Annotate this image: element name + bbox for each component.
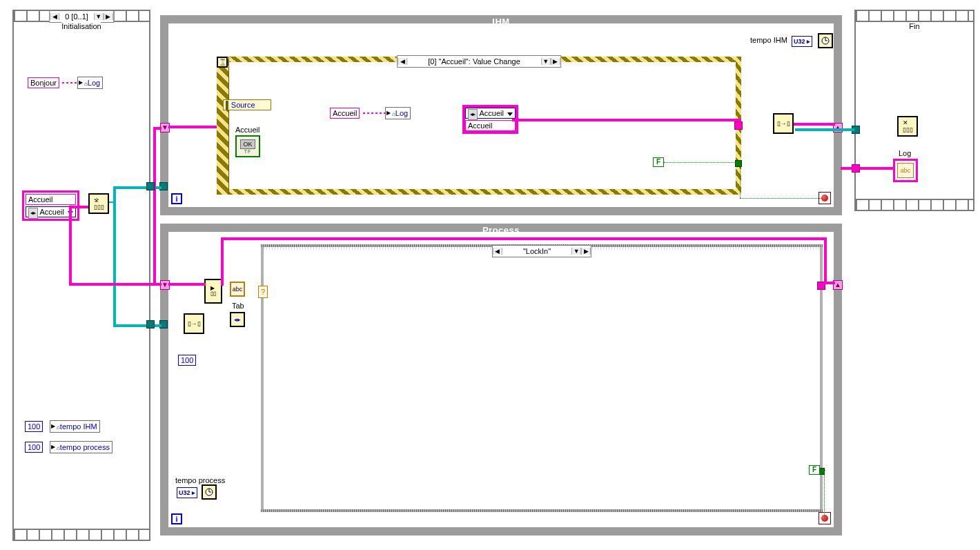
ihm-u32-terminal[interactable]: U32 ▸: [792, 36, 812, 47]
ring-dropdown-icon[interactable]: [507, 112, 513, 116]
process-case-selector[interactable]: ◀ "LockIn" ▼ ▶: [492, 245, 591, 257]
tf-icon: TF: [237, 149, 259, 154]
abc-icon: abc: [897, 163, 914, 178]
ihm-title: IHM: [168, 17, 834, 27]
process-dequeue-node[interactable]: ▯→▯: [184, 313, 204, 334]
wire-cluster: [824, 237, 827, 284]
process-iter-terminal: i: [171, 513, 182, 524]
ihm-accueil-case-const: Accueil: [465, 120, 516, 131]
process-title: Process: [168, 225, 834, 235]
fin-log-label: Log: [899, 149, 911, 157]
fin-log-indicator[interactable]: abc: [893, 159, 918, 182]
wire-cluster: [794, 123, 835, 126]
fin-release-queue-node[interactable]: ✕▯▯▯: [897, 116, 918, 137]
process-unbundle-node[interactable]: ▶▯▯: [204, 279, 222, 304]
event-next-icon[interactable]: ▶: [551, 58, 560, 65]
init-tunnel-teal-b: [146, 320, 155, 328]
wire-bool: [740, 162, 741, 198]
fin-frame-title: Fin: [909, 22, 919, 30]
ihm-wait-node[interactable]: [818, 33, 833, 48]
ihm-iter-terminal: i: [171, 193, 182, 204]
wire-bool: [664, 162, 741, 163]
init-tempo-process-local[interactable]: ⌂tempo process: [50, 441, 112, 453]
metronome-icon: [821, 36, 830, 46]
wire: [62, 82, 77, 84]
wire-cluster: [221, 237, 825, 240]
ihm-log-local[interactable]: ⌂Log: [385, 107, 411, 119]
case-selector-terminal: ?: [258, 286, 268, 298]
process-format-node[interactable]: abc: [230, 282, 245, 297]
init-sequence-frame: ◀ 0 [0..1] ▼ ▶ Initialisation: [12, 10, 150, 541]
wire-queue: [113, 186, 116, 327]
ihm-accueil-ctl-label: Accueil: [235, 126, 259, 134]
process-case-value: "LockIn": [502, 247, 571, 255]
init-log-local[interactable]: ⌂Log: [77, 77, 103, 89]
event-sidebar: [217, 57, 229, 195]
wire-cluster: [512, 119, 741, 121]
ihm-accueil-ring[interactable]: ◂▸ Accueil: [465, 108, 516, 119]
wire-bool: [824, 470, 825, 518]
wire-cluster: [69, 283, 161, 286]
event-tunnel-bool: [735, 160, 742, 167]
wire-cluster: [841, 167, 854, 170]
ihm-accueil-case-block: ◂▸ Accueil Accueil: [462, 105, 518, 134]
wire-cluster: [153, 127, 156, 286]
wire-cluster: [221, 237, 224, 286]
process-bool-false: F: [809, 465, 820, 475]
ihm-tempo-label: tempo IHM: [750, 36, 787, 44]
seq-prev-icon[interactable]: ◀: [50, 13, 59, 20]
ring-left-icon[interactable]: ◂▸: [468, 109, 478, 120]
init-tunnel-teal-a: [146, 182, 155, 190]
event-dropdown-icon[interactable]: ▼: [541, 58, 551, 65]
event-case-value: [0] "Accueil": Value Change: [407, 57, 541, 66]
init-sequence-selector[interactable]: ◀ 0 [0..1] ▼ ▶: [49, 10, 114, 23]
wire-cluster: [168, 283, 206, 286]
event-timeout-terminal[interactable]: ⌛: [217, 57, 228, 68]
case-prev-icon[interactable]: ◀: [493, 248, 502, 255]
init-const-100-b: 100: [25, 442, 43, 453]
init-obtain-queue-node[interactable]: ※▯▯▯: [88, 193, 109, 214]
seq-dropdown-icon[interactable]: ▼: [94, 13, 104, 20]
ok-icon: OK: [240, 139, 255, 149]
wire-queue: [795, 128, 854, 131]
init-accueil-ring-text: Accueil: [39, 208, 63, 216]
event-tunnel-magenta: [734, 121, 743, 130]
init-sequence-index: 0 [0..1]: [59, 12, 94, 21]
process-const-100: 100: [178, 355, 196, 366]
process-wait-node[interactable]: [202, 484, 217, 500]
wire-bool: [740, 198, 821, 199]
wire: [363, 112, 385, 114]
ring-left-icon[interactable]: ◂▸: [28, 208, 38, 219]
process-tab-ref-node[interactable]: ◂▸: [230, 312, 245, 327]
case-next-icon[interactable]: ▶: [581, 248, 591, 255]
process-tempo-label: tempo process: [175, 476, 225, 484]
process-tab-label: Tab: [232, 302, 244, 310]
event-prev-icon[interactable]: ◀: [398, 58, 407, 65]
wire-cluster: [860, 167, 894, 170]
wire-cluster: [69, 206, 72, 284]
metronome-icon: [204, 487, 214, 497]
event-case-selector[interactable]: ◀ [0] "Accueil": Value Change ▼ ▶: [397, 55, 561, 68]
process-stop-terminal[interactable]: [819, 512, 831, 524]
init-accueil-label: Accueil: [26, 194, 76, 205]
event-source-node[interactable]: ▌Source: [223, 99, 271, 110]
wire-cluster: [168, 126, 217, 128]
init-const-100-a: 100: [25, 421, 43, 432]
init-bonjour-const: Bonjour: [28, 77, 59, 88]
ihm-bool-false: F: [653, 157, 664, 167]
ihm-accueil-string: Accueil: [330, 108, 360, 119]
case-dropdown-icon[interactable]: ▼: [571, 248, 581, 255]
wire-cluster: [824, 282, 835, 284]
init-tempo-ihm-local[interactable]: ⌂tempo IHM: [50, 420, 100, 433]
ihm-dequeue-node[interactable]: ▯→▯: [773, 113, 794, 134]
ihm-accueil-bool-ctl[interactable]: OK TF: [235, 135, 260, 157]
init-frame-title: Initialisation: [61, 22, 101, 30]
wire-cluster: [69, 206, 88, 208]
process-u32-terminal[interactable]: U32 ▸: [177, 487, 197, 498]
process-case-structure: ◀ "LockIn" ▼ ▶: [261, 244, 823, 512]
ihm-accueil-ring-text: Accueil: [479, 109, 503, 117]
seq-next-icon[interactable]: ▶: [104, 13, 113, 20]
